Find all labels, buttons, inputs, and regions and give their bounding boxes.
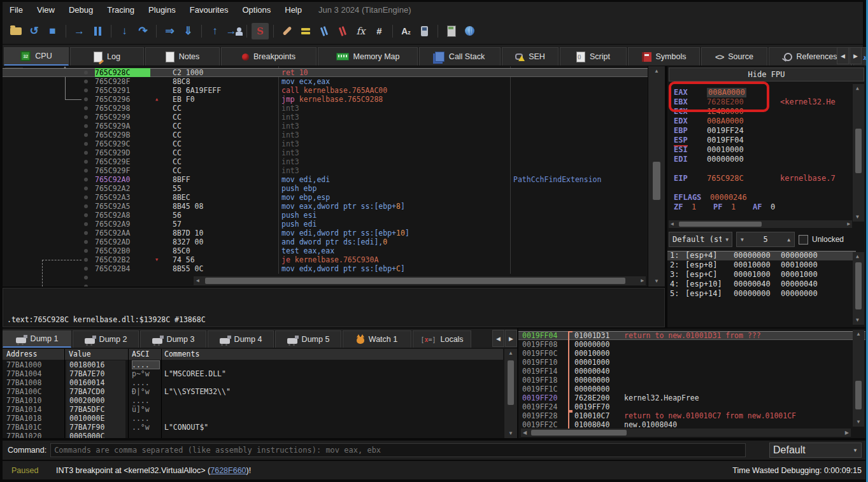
dump-tab-dump-2[interactable]: Dump 2 xyxy=(73,330,139,348)
register-row[interactable]: EDI00000000 xyxy=(667,155,852,164)
breakpoint-dot[interactable] xyxy=(84,142,88,146)
tab-scroll-left-button[interactable]: ◀ xyxy=(837,47,849,64)
step-over-icon[interactable]: ↷ xyxy=(134,23,152,39)
breakpoint-dot[interactable] xyxy=(84,195,88,199)
breakpoint-dot[interactable] xyxy=(84,231,88,235)
disasm-row[interactable]: 765C9299CCint3 xyxy=(3,113,648,122)
dump-row[interactable]: 77BA100477BA7E70p~°wL"MSCOREE.DLL" xyxy=(3,369,503,378)
disasm-row[interactable]: 765C929BCCint3 xyxy=(3,131,648,139)
dump-row[interactable]: 77BA10180010000E.... xyxy=(3,414,503,423)
scroll-up-icon[interactable]: ▲ xyxy=(654,69,659,74)
breakpoint-dot[interactable] xyxy=(84,133,88,137)
breakpoint-dot[interactable] xyxy=(84,115,88,119)
registers-h-scrollbar[interactable]: ◀ ▶ xyxy=(669,220,852,228)
stack-argument-row[interactable]: 2:[esp+8]0001000000010000 xyxy=(667,260,856,270)
disasm-row[interactable]: 765C92A58B45 08mov eax,dword ptr ss:[ebp… xyxy=(3,202,648,211)
dump-row[interactable]: 77BA101000020000.... xyxy=(3,396,503,405)
scroll-up-icon[interactable]: ▲ xyxy=(856,332,861,337)
breakpoint-dot[interactable] xyxy=(84,285,88,287)
breakpoint-dot[interactable] xyxy=(84,258,88,262)
scroll-down-icon[interactable]: ▼ xyxy=(654,279,659,284)
stack-argument-row[interactable]: 1:[esp+4]0000000000000000 xyxy=(667,251,856,260)
breakpoint-dot[interactable] xyxy=(84,124,88,128)
dump-tab-dump-1[interactable]: Dump 1 xyxy=(3,330,71,348)
disasm-h-scrollbar[interactable]: ◀ ▶ xyxy=(194,276,646,285)
dump-v-scrollbar[interactable]: ▲ ▼ xyxy=(504,349,517,438)
open-file-icon[interactable] xyxy=(7,23,24,39)
disasm-row[interactable]: 765C928F8BC8mov ecx,eax xyxy=(3,77,648,86)
breakpoint-dot[interactable] xyxy=(84,71,88,74)
stack-argument-row[interactable]: 5:[esp+14]0000000000000000 xyxy=(667,289,856,299)
hide-fpu-button[interactable]: Hide FPU xyxy=(669,67,864,82)
step-into-icon[interactable]: ↓ xyxy=(116,23,133,39)
tab-source[interactable]: <>Source xyxy=(701,47,767,66)
stack-row[interactable]: 0019FF1400000040 xyxy=(518,367,865,376)
dump-row[interactable]: 77BA100C77BA7CD0Ð|°wL"\\SYSTEM32\\" xyxy=(3,387,503,396)
dump-tab-locals[interactable]: [x=]Locals xyxy=(413,330,471,348)
stack-row[interactable]: 0019FF2C01008040new.01008040 xyxy=(518,420,865,429)
scroll-down-icon[interactable]: ▼ xyxy=(508,431,513,436)
scrollbar-thumb[interactable] xyxy=(855,262,862,309)
registers-panel[interactable]: Hide FPU EAX008A0000EBX7628E200<kernel32… xyxy=(667,66,865,327)
run-icon[interactable]: → xyxy=(71,23,88,39)
breakpoint-dot[interactable] xyxy=(84,249,88,253)
command-input[interactable] xyxy=(50,443,746,457)
breakpoint-dot[interactable] xyxy=(84,106,88,110)
tab-notes[interactable]: Notes xyxy=(145,47,220,66)
stack-argument-row[interactable]: 3:[esp+C]0000100000001000 xyxy=(667,270,856,280)
dump-row[interactable]: 77BA10200005000C xyxy=(3,432,503,438)
scroll-right-icon[interactable]: ▶ xyxy=(847,222,850,227)
breakpoint-dot[interactable] xyxy=(84,178,88,181)
hash-icon[interactable]: # xyxy=(371,23,388,39)
breakpoint-dot[interactable] xyxy=(84,80,88,83)
stack-row[interactable]: 0019FF0401001D31return to new.01001D31 f… xyxy=(518,331,865,340)
disasm-row[interactable]: 765C92AD8327 00and dword ptr ds:[edi],0 xyxy=(3,237,648,246)
breakpoint-dot[interactable] xyxy=(84,151,88,155)
tab-call-stack[interactable]: Call Stack xyxy=(419,47,501,66)
disasm-row[interactable]: 765C92B2▼74 56je kernelbase.765C930A xyxy=(3,255,648,264)
scrollbar-thumb[interactable] xyxy=(679,222,762,227)
scrollbar-thumb[interactable] xyxy=(855,381,862,409)
dump-tab-dump-3[interactable]: Dump 3 xyxy=(140,330,206,348)
breakpoint-address-link[interactable]: 7628F660 xyxy=(210,466,246,475)
patch-icon[interactable] xyxy=(278,23,295,39)
fx-expression-icon[interactable]: fx xyxy=(352,23,369,39)
scroll-up-icon[interactable]: ▲ xyxy=(856,86,859,91)
menu-item-options[interactable]: Options xyxy=(235,3,278,17)
tab-symbols[interactable]: Symbols xyxy=(628,47,700,66)
disasm-row[interactable]: 765C92AA8B7D 10mov edi,dword ptr ss:[ebp… xyxy=(3,229,648,237)
command-profile-select[interactable]: Default ▼ xyxy=(769,443,862,458)
run-to-user-code-icon[interactable]: ↑ xyxy=(206,23,224,39)
scroll-up-icon[interactable]: ▲ xyxy=(508,351,513,356)
scroll-left-icon[interactable]: ◀ xyxy=(196,278,199,283)
letter-s-icon[interactable]: S xyxy=(252,23,269,39)
breakpoint-dot[interactable] xyxy=(84,187,88,190)
menu-item-plugins[interactable]: Plugins xyxy=(141,3,183,17)
breakpoint-dot[interactable] xyxy=(84,160,88,164)
calling-convention-select[interactable]: Default (stdc ▼ xyxy=(669,232,732,247)
disasm-row[interactable]: 765C929ACCint3 xyxy=(3,122,648,131)
disasm-row[interactable]: 765C9298CCint3 xyxy=(3,104,648,113)
disasm-row[interactable]: 765C92B085C0test eax,eax xyxy=(3,246,648,255)
scroll-right-icon[interactable]: ▶ xyxy=(641,278,644,283)
scroll-up-icon[interactable]: ▲ xyxy=(856,254,859,259)
menu-item-debug[interactable]: Debug xyxy=(62,3,100,17)
attach-icon[interactable]: → xyxy=(225,23,242,39)
stop-icon[interactable]: ■ xyxy=(44,23,61,39)
globe-icon[interactable] xyxy=(461,23,478,39)
register-row[interactable]: EIP765C928Ckernelbase.7 xyxy=(667,174,852,183)
stack-row[interactable]: 0019FF1000001000 xyxy=(518,358,865,367)
label-icon[interactable] xyxy=(315,23,332,39)
disasm-row[interactable]: 765C929ECCint3 xyxy=(3,157,648,166)
dump-row[interactable]: 77BA100800160014.... xyxy=(3,378,503,387)
breakpoint-dot[interactable] xyxy=(84,276,88,280)
stack-row[interactable]: 0019FF240019FF70 xyxy=(518,402,865,411)
scroll-down-icon[interactable]: ▼ xyxy=(856,420,861,425)
breakpoint-dot[interactable] xyxy=(84,222,88,226)
function-icon[interactable] xyxy=(334,23,351,39)
register-row[interactable]: ZF1PF1AF0 xyxy=(667,202,852,212)
stack-row[interactable]: 0019FF28010010C7return to new.010010C7 f… xyxy=(518,411,865,420)
breakpoint-dot[interactable] xyxy=(84,240,88,244)
tab-cpu[interactable]: 32CPU xyxy=(4,47,69,66)
menu-item-help[interactable]: Help xyxy=(278,3,309,17)
